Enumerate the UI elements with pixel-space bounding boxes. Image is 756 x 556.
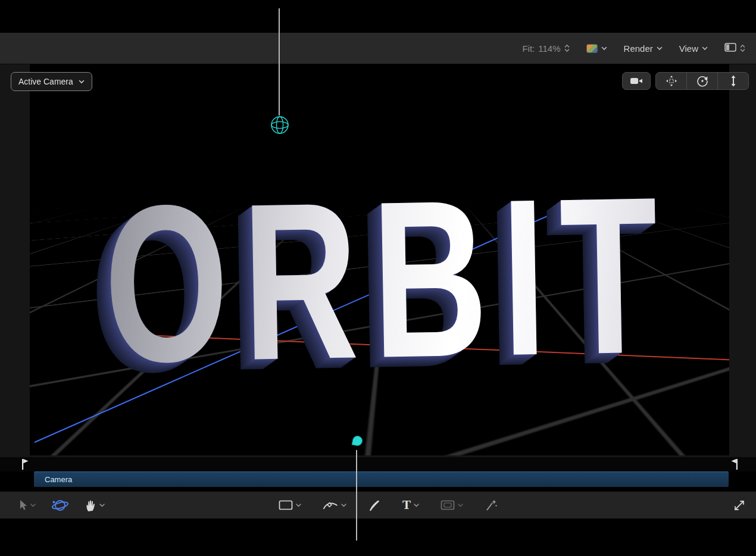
fit-label: Fit: [522, 43, 535, 54]
pan-tool-icon [85, 499, 96, 512]
view-menu[interactable]: View [679, 43, 708, 54]
mask-tool[interactable] [441, 500, 463, 510]
orbit-3d-tool[interactable] [51, 498, 69, 513]
pan-tool[interactable] [85, 499, 105, 512]
shape-tool-icon [279, 500, 293, 510]
layout-icon [724, 43, 736, 54]
display-color-popup[interactable] [586, 44, 607, 53]
select-tool[interactable] [18, 499, 36, 511]
camera-select-popup[interactable]: Active Camera [11, 72, 92, 91]
chevron-down-icon [601, 46, 607, 51]
text-tool[interactable]: T [402, 499, 419, 511]
render-menu[interactable]: Render [624, 43, 663, 54]
camera-view-icon [630, 76, 643, 86]
pan-view-button[interactable] [656, 73, 686, 89]
chevron-down-icon [341, 504, 346, 507]
track-label: Camera [34, 475, 72, 484]
expand-canvas-button[interactable] [733, 499, 745, 511]
adjust-tool-icon [485, 499, 498, 512]
stepper-icon [740, 44, 745, 52]
orbit-tool-icon [51, 498, 69, 513]
chevron-down-icon [657, 46, 663, 51]
bottom-black-strip [0, 518, 756, 556]
orbit-view-button[interactable] [686, 73, 717, 89]
camera-move-group [655, 72, 749, 90]
render-menu-label: Render [624, 43, 653, 54]
callout-line-bottom [356, 450, 357, 541]
chevron-down-icon [296, 504, 301, 507]
camera-view-button[interactable] [622, 72, 651, 90]
chevron-down-icon [702, 46, 708, 51]
3d-text-layer[interactable]: ORBIT ORBIT [102, 163, 674, 396]
viewport: ORBIT ORBIT Active Camera [0, 64, 756, 457]
select-tool-icon [18, 499, 27, 511]
camera-target-icon [269, 114, 290, 136]
adjust-tool[interactable] [485, 499, 498, 512]
top-black-strip [0, 0, 756, 33]
camera-select-label: Active Camera [18, 77, 73, 86]
chevron-down-icon [414, 504, 419, 507]
camera-target-handle[interactable] [269, 114, 290, 138]
chevron-down-icon [99, 504, 105, 507]
out-marker-icon [730, 458, 738, 470]
mask-tool-icon [441, 500, 455, 510]
chevron-down-icon [79, 80, 85, 84]
3d-text-face: ORBIT [102, 163, 674, 396]
tool-bar: T [0, 491, 756, 518]
in-marker-icon [21, 458, 29, 470]
chevron-down-icon [458, 504, 463, 507]
stepper-icon [564, 44, 570, 52]
timeline-track-camera[interactable]: Camera [34, 471, 729, 487]
layout-popup[interactable] [724, 43, 745, 54]
paint-tool[interactable] [368, 499, 381, 512]
in-marker[interactable] [21, 458, 29, 473]
zoom-level-popup[interactable]: Fit: 114% [522, 43, 569, 54]
callout-line-top [279, 8, 280, 115]
dolly-view-button[interactable] [717, 73, 748, 89]
bezier-tool[interactable] [323, 499, 346, 511]
pan-view-icon [666, 75, 677, 87]
display-color-icon [586, 44, 598, 53]
bezier-tool-icon [323, 499, 338, 511]
dolly-view-icon [729, 75, 738, 87]
text-tool-icon: T [402, 499, 411, 511]
out-marker[interactable] [730, 458, 738, 473]
mini-timeline [0, 457, 756, 471]
expand-icon [733, 499, 745, 511]
view-controls [622, 72, 749, 90]
fit-value: 114% [538, 43, 560, 54]
paint-tool-icon [368, 499, 381, 512]
chevron-down-icon [30, 504, 36, 507]
canvas-header-toolbar: Fit: 114% Render View [0, 33, 756, 64]
canvas-3d-view[interactable]: ORBIT ORBIT [30, 64, 729, 455]
orbit-view-icon [696, 75, 708, 87]
shape-tool[interactable] [279, 500, 301, 510]
view-menu-label: View [679, 43, 698, 54]
